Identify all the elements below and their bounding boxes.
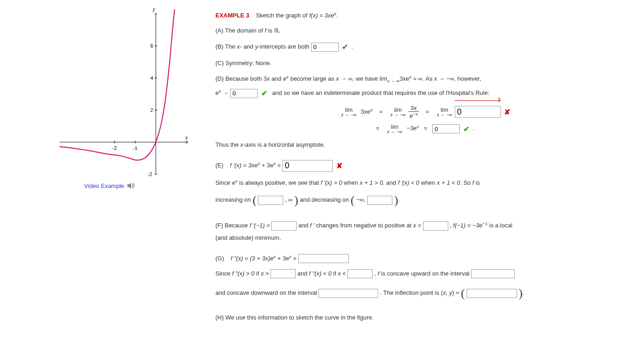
E-eq: = bbox=[275, 162, 282, 169]
E-since: Since ex is always positive, we see that… bbox=[215, 177, 635, 188]
F-x-input[interactable] bbox=[423, 221, 448, 231]
Gs-f: f ″(x) < 0 bbox=[309, 270, 331, 277]
A-a: (A) The domain of bbox=[215, 27, 264, 34]
E-increasing-start-input[interactable] bbox=[258, 196, 283, 205]
Gcd-b: . The inflection point is ( bbox=[380, 290, 443, 297]
D1lim: x → ∞ bbox=[336, 76, 352, 83]
Gs-d: x > bbox=[261, 270, 270, 277]
G-label: (G) bbox=[215, 255, 224, 262]
svg-text:6: 6 bbox=[150, 43, 153, 49]
F-fprime-input[interactable] bbox=[271, 221, 297, 231]
G-cu-interval-input[interactable] bbox=[471, 269, 515, 278]
part-D-line1: (D) Because both 3x and ex become large … bbox=[215, 73, 635, 85]
lim-3: limx → −∞ bbox=[437, 107, 452, 117]
check-icon: ✔ bbox=[463, 125, 469, 133]
svg-text:4: 4 bbox=[150, 75, 153, 81]
F-d: f ′ bbox=[310, 222, 314, 229]
G-xgt-input[interactable] bbox=[270, 269, 296, 278]
E-fprime-input[interactable] bbox=[282, 160, 333, 172]
Gs-j: is concave upward on the interval bbox=[380, 270, 471, 277]
Einc-a: increasing on bbox=[215, 196, 253, 203]
Gcd-xy: x, y bbox=[443, 290, 452, 297]
G-inflection-input[interactable] bbox=[467, 289, 517, 298]
Gs-h: x < bbox=[338, 270, 347, 277]
Deq1: = bbox=[378, 108, 385, 115]
part-F: (F) Because f ′(−1) = and f ′ changes fr… bbox=[215, 220, 635, 231]
Gs-b: f ″(x) > 0 bbox=[232, 270, 254, 277]
D1e2: 3xe bbox=[400, 76, 409, 83]
G-xlt-input[interactable] bbox=[347, 269, 373, 278]
Gdot: . bbox=[523, 290, 524, 297]
E-intervals: increasing on ( , ∞ ) and decreasing on … bbox=[215, 191, 635, 210]
B-answer-input[interactable] bbox=[311, 43, 339, 52]
part-C: (C) Symmetry: None. bbox=[215, 59, 635, 68]
audio-icon[interactable] bbox=[127, 182, 136, 190]
Ddot: . bbox=[473, 125, 474, 132]
Dterm1: 3xe bbox=[361, 108, 370, 115]
D1c: become large as bbox=[289, 76, 336, 83]
Gcd-c: ) = bbox=[452, 290, 461, 297]
Deq2: = bbox=[424, 108, 431, 115]
part-B: (B) The x- and y-intercepts are both ✔ . bbox=[215, 41, 635, 53]
Einc-inf: , ∞ bbox=[285, 196, 293, 203]
Es-b: is always positive, we see that bbox=[237, 179, 320, 186]
G-since: Since f ″(x) > 0 if x > and f ″(x) < 0 i… bbox=[215, 269, 635, 279]
F-line2: (and absolute) minimum. bbox=[215, 233, 635, 243]
Dth-b: -axis is a horizontal asymptote. bbox=[243, 141, 325, 148]
Gs-a: Since bbox=[215, 270, 232, 277]
part-A: (A) The domain of f is ℝ. bbox=[215, 26, 635, 36]
right-column: EXAMPLE 3 Sketch the graph of f(x) = 3xe… bbox=[215, 5, 635, 328]
Edec-a: and decreasing on bbox=[300, 196, 351, 203]
lim-1: limx → −∞ bbox=[341, 107, 357, 117]
D1a: (D) Because both 3 bbox=[215, 76, 267, 83]
G-cd-interval-input[interactable] bbox=[319, 289, 378, 298]
Ddensup: −x bbox=[413, 111, 418, 116]
D-final-limit-input[interactable] bbox=[432, 124, 460, 133]
page: -2 -1 -2 2 4 6 x y Video Example bbox=[0, 0, 644, 337]
F-xeq: x = bbox=[413, 222, 423, 229]
part-G: (G) f ″(x) = (3 + 3x)ex + 3ex = bbox=[215, 253, 635, 264]
video-example-link[interactable]: Video Example bbox=[84, 182, 124, 189]
check-icon: ✔ bbox=[342, 43, 348, 51]
Dterm4: −3e bbox=[407, 125, 417, 132]
Es-f: f ′(x) < 0 bbox=[398, 179, 419, 186]
D1sub: x → ∞ bbox=[387, 78, 400, 83]
G-a: f ″(x) = (3 + 3x)e bbox=[231, 255, 273, 262]
E-decreasing-end-input[interactable] bbox=[367, 196, 392, 205]
cross-icon: ✘ bbox=[336, 162, 342, 170]
check-icon: ✔ bbox=[261, 89, 267, 97]
Dden: e bbox=[410, 112, 413, 119]
D1b: and bbox=[270, 76, 283, 83]
G-fpp-input[interactable] bbox=[298, 254, 349, 263]
D2b: and so we have an indeterminate product … bbox=[272, 89, 490, 96]
D-math-row2: = limx → −∞ −3ex = ✔ . bbox=[215, 123, 635, 135]
D1f: = ∞. As bbox=[412, 76, 434, 83]
function-graph: -2 -1 -2 2 4 6 x y bbox=[32, 5, 188, 179]
cross-icon: ✘ bbox=[504, 108, 510, 116]
part-H: (H) We use this information to sketch th… bbox=[215, 313, 635, 323]
D-frac: 3x e−x bbox=[408, 105, 419, 120]
G-b: + 3e bbox=[276, 255, 289, 262]
D-thus: Thus the x-axis is a horizontal asymptot… bbox=[215, 140, 635, 150]
Gs-c: if bbox=[254, 270, 261, 277]
Es-h: . So bbox=[460, 179, 473, 186]
Es-a: Since bbox=[215, 179, 232, 186]
Es-c2: x + 1 < 0 bbox=[437, 179, 460, 186]
heading-dot: . bbox=[336, 12, 338, 19]
lim-4: limx → −∞ bbox=[387, 124, 402, 134]
B-dot: . bbox=[351, 43, 353, 50]
Deq4: = bbox=[422, 125, 429, 132]
D-lhopital-input[interactable] bbox=[455, 106, 501, 118]
svg-text:-2: -2 bbox=[112, 145, 117, 151]
part-D-line2: ex → ✔ and so we have an indeterminate p… bbox=[215, 88, 635, 99]
F-f: , bbox=[450, 222, 453, 229]
D1h: , however, bbox=[454, 76, 481, 83]
B-c: -intercepts are both bbox=[258, 43, 311, 50]
Gcd-a: and concave downward on the interval bbox=[215, 290, 319, 297]
D-math-row1: limx → −∞ 3xex = limx → −∞ 3x e−x = limx… bbox=[215, 105, 635, 120]
D-ex-limit-input[interactable] bbox=[230, 89, 258, 98]
B-a: (B) The bbox=[215, 43, 237, 50]
svg-text:-1: -1 bbox=[133, 145, 138, 151]
lim-2: limx → −∞ bbox=[390, 107, 406, 117]
D2arrow: → bbox=[221, 89, 230, 96]
